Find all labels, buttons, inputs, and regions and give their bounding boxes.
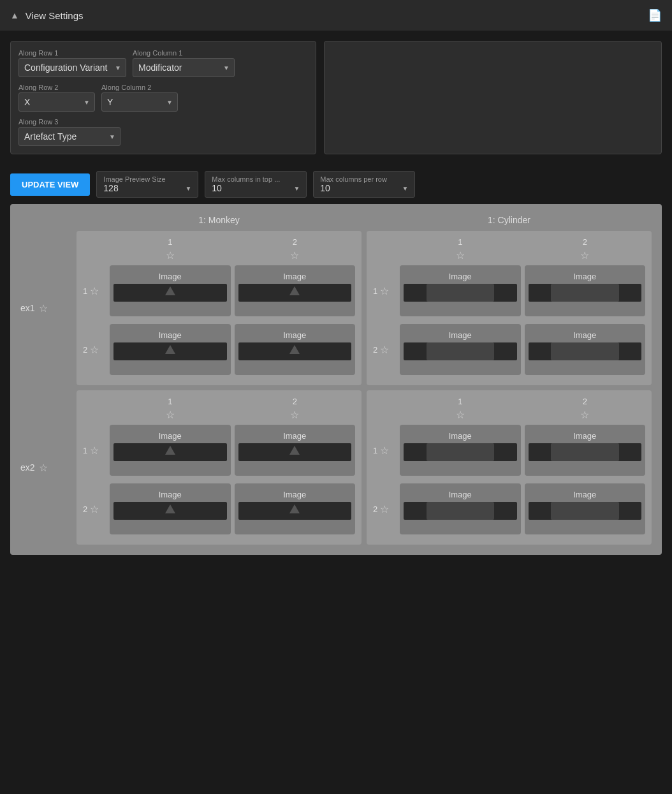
image-cell: Image [525, 425, 646, 476]
outer-row-ex2: ex2 ☆ 1 ☆ 2 ☆ [20, 390, 652, 545]
along-row1-label: Along Row 1 [18, 49, 126, 57]
image-bar-cylinder [404, 502, 517, 520]
col2-star[interactable]: ☆ [290, 249, 299, 261]
ex2-cyl-col2-header: 2 ☆ [525, 397, 646, 421]
sub-row2-num: 2 [83, 504, 87, 514]
sub-row1-label: 1 ☆ [373, 265, 396, 316]
along-row2-select[interactable]: X [18, 92, 95, 112]
image-bar-monkey [238, 342, 352, 360]
image-preview-value: 128 [103, 183, 118, 193]
ex1-label-area: ex1 ☆ [20, 231, 71, 385]
image-label: Image [283, 431, 306, 441]
along-row3-select[interactable]: Artefact Type [18, 127, 121, 146]
sub-row2-cells: Image Image [400, 324, 645, 375]
image-label: Image [573, 431, 596, 441]
image-cell: Image [525, 483, 646, 534]
ex1-cylinder-block: 1 ☆ 2 ☆ 1 ☆ [367, 231, 652, 385]
ex1-cyl-col1-header: 1 ☆ [400, 237, 521, 261]
sub-row2-star[interactable]: ☆ [90, 344, 99, 356]
along-row3-label: Along Row 3 [18, 118, 121, 126]
sub-row1-star[interactable]: ☆ [90, 445, 99, 457]
col1-star[interactable]: ☆ [456, 409, 465, 421]
image-cell: Image [400, 265, 521, 316]
col-header-monkey: 1: Monkey [77, 214, 362, 226]
max-cols-top-label: Max columns in top ... [212, 175, 300, 183]
max-cols-row-dropdown[interactable]: Max columns per row 10 ▼ [313, 171, 415, 198]
along-row2-label: Along Row 2 [18, 84, 95, 91]
update-view-button[interactable]: UPDATE VIEW [10, 173, 90, 196]
image-cell: Image [110, 483, 231, 534]
sub-row2-cells: Image Image [110, 483, 355, 534]
sub-row2-star[interactable]: ☆ [380, 503, 389, 515]
ex2-col-groups: 1 ☆ 2 ☆ 1 ☆ [77, 390, 652, 545]
image-label: Image [159, 272, 182, 281]
image-preview-label: Image Preview Size [103, 175, 191, 183]
image-cell: Image [525, 324, 646, 375]
col1-num: 1 [458, 237, 462, 247]
image-bar-cylinder [404, 443, 517, 461]
along-col2-select[interactable]: Y [101, 92, 178, 112]
along-col1-select[interactable]: Modificator [133, 58, 235, 77]
ex1-cyl-subrow2: 2 ☆ Image Image [373, 324, 645, 375]
max-cols-row-label: Max columns per row [320, 175, 408, 183]
sub-row2-cells: Image Image [110, 324, 355, 375]
along-col1-item: Along Column 1 Modificator [133, 49, 235, 77]
sub-row1-label: 1 ☆ [373, 425, 396, 476]
sub-row2-star[interactable]: ☆ [90, 503, 99, 515]
ex2-monkey-sub-rows: 1 ☆ Image Image [83, 425, 355, 538]
image-label: Image [159, 431, 182, 441]
settings-left-panel: Along Row 1 Configuration Variant Along … [10, 41, 316, 154]
sub-row1-num: 1 [373, 446, 377, 455]
max-cols-top-row: 10 ▼ [212, 183, 300, 193]
col-header-cylinder: 1: Cylinder [367, 214, 652, 226]
settings-row3: Along Row 3 Artefact Type [18, 118, 308, 146]
col1-star[interactable]: ☆ [456, 249, 465, 261]
col2-star[interactable]: ☆ [290, 409, 299, 421]
max-cols-top-dropdown[interactable]: Max columns in top ... 10 ▼ [205, 171, 307, 198]
along-row1-select[interactable]: Configuration Variant [18, 58, 126, 77]
ex2-cyl-col1-header: 1 ☆ [400, 397, 521, 421]
image-label: Image [283, 330, 306, 340]
settings-row1: Along Row 1 Configuration Variant Along … [18, 49, 308, 77]
along-row1-item: Along Row 1 Configuration Variant [18, 49, 126, 77]
image-bar-monkey [238, 284, 352, 302]
sub-row1-cells: Image Image [110, 425, 355, 476]
image-label: Image [449, 272, 472, 281]
image-bar-cylinder [404, 284, 517, 302]
ex2-monkey-col-headers: 1 ☆ 2 ☆ [83, 397, 355, 421]
collapse-icon[interactable]: ▲ [10, 10, 19, 20]
image-bar-monkey [113, 443, 227, 461]
sub-row1-star[interactable]: ☆ [380, 285, 389, 297]
image-label: Image [573, 330, 596, 340]
settings-row2: Along Row 2 X Along Column 2 Y [18, 84, 308, 112]
image-preview-size-dropdown[interactable]: Image Preview Size 128 ▼ [96, 171, 198, 198]
along-row1-wrapper: Configuration Variant [18, 58, 126, 77]
ex2-cyl-sub-rows: 1 ☆ Image Image [373, 425, 645, 538]
col2-star[interactable]: ☆ [580, 409, 589, 421]
col1-star[interactable]: ☆ [166, 249, 175, 261]
ex1-monkey-col1-header: 1 ☆ [110, 237, 231, 261]
col2-num: 2 [293, 397, 297, 406]
sub-row1-star[interactable]: ☆ [90, 285, 99, 297]
image-cell: Image [525, 265, 646, 316]
col2-star[interactable]: ☆ [580, 249, 589, 261]
ex1-star[interactable]: ☆ [39, 302, 48, 314]
ex2-monkey-col2-header: 2 ☆ [235, 397, 356, 421]
document-icon[interactable]: 📄 [648, 8, 662, 22]
along-col1-label: Along Column 1 [133, 49, 235, 57]
image-bar-monkey [113, 342, 227, 360]
sub-row1-star[interactable]: ☆ [380, 445, 389, 457]
sub-row2-star[interactable]: ☆ [380, 344, 389, 356]
image-cell: Image [235, 265, 356, 316]
col1-num: 1 [168, 397, 172, 406]
ex1-cyl-sub-rows: 1 ☆ Image Image [373, 265, 645, 379]
image-bar-cylinder [529, 284, 642, 302]
sub-header-spacer [83, 397, 106, 421]
ex2-star[interactable]: ☆ [39, 462, 48, 474]
image-label: Image [159, 490, 182, 499]
col1-star[interactable]: ☆ [166, 409, 175, 421]
image-cell: Image [235, 483, 356, 534]
col1-num: 1 [168, 237, 172, 247]
ex1-cyl-subrow1: 1 ☆ Image Image [373, 265, 645, 316]
main-grid-area: 1: Monkey 1: Cylinder ex1 ☆ [10, 204, 662, 555]
